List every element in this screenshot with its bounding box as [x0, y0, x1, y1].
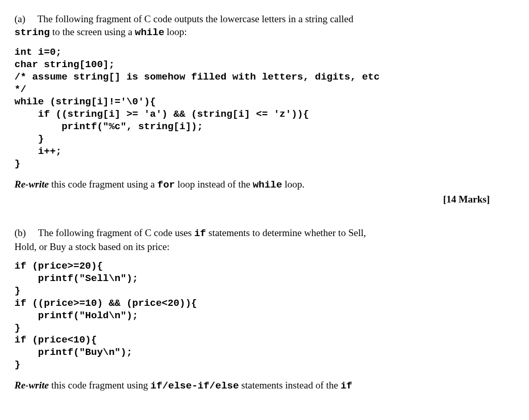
- part-b-intro-text2: statements to determine whether to Sell,: [206, 227, 366, 238]
- inline-code-while2: while: [253, 179, 282, 191]
- inline-code-ifelse: if/else-if/else: [150, 380, 239, 392]
- question-part-a: (a) The following fragment of C code out…: [14, 12, 515, 206]
- code-block-b: if (price>=20){ printf("Sell\n"); } if (…: [14, 260, 515, 371]
- rewrite-prefix-b: Re-write: [14, 380, 49, 391]
- rewrite-text-b1: this code fragment using: [49, 380, 151, 391]
- inline-code-if2: if: [340, 380, 352, 392]
- rewrite-prefix: Re-write: [14, 179, 49, 190]
- part-b-rewrite: Re-write this code fragment using if/els…: [14, 379, 515, 393]
- part-a-intro-text2: to the screen using a: [50, 26, 135, 37]
- inline-code-while: while: [135, 27, 164, 38]
- part-a-label: (a): [14, 13, 25, 24]
- inline-code-string: string: [14, 27, 50, 38]
- code-block-a: int i=0; char string[100]; /* assume str…: [14, 46, 515, 170]
- part-b-intro-text1: The following fragment of C code uses: [38, 227, 194, 238]
- rewrite-text1: this code fragment using a: [49, 179, 158, 190]
- part-a-intro-line2: string to the screen using a while loop:: [14, 25, 515, 39]
- question-part-b: (b) The following fragment of C code use…: [14, 226, 515, 393]
- rewrite-text2: loop instead of the: [175, 179, 253, 190]
- part-b-intro-line1: (b) The following fragment of C code use…: [14, 226, 515, 240]
- part-b-label: (b): [14, 227, 26, 238]
- part-a-marks: [14 Marks]: [14, 193, 515, 206]
- part-a-intro-text1: The following fragment of C code outputs…: [38, 13, 354, 24]
- rewrite-text-b2: statements instead of the: [239, 380, 340, 391]
- part-a-rewrite: Re-write this code fragment using a for …: [14, 178, 515, 192]
- rewrite-text3: loop.: [282, 179, 304, 190]
- inline-code-if: if: [194, 228, 206, 239]
- part-a-intro-text3: loop:: [164, 26, 187, 37]
- inline-code-for: for: [158, 179, 175, 191]
- part-b-intro-line2: Hold, or Buy a stock based on its price:: [14, 240, 515, 253]
- part-a-intro-line1: (a) The following fragment of C code out…: [14, 12, 515, 25]
